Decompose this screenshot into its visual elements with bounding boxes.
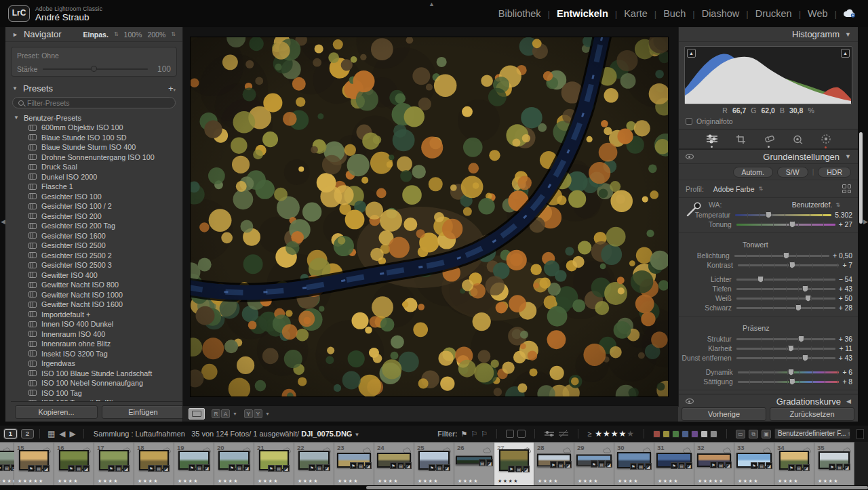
badge-icon[interactable]: ▤	[557, 462, 564, 468]
preset-item[interactable]: Gewitter Nacht ISO 1000	[5, 290, 182, 300]
preset-item[interactable]: Gesichter ISO 100	[5, 192, 182, 202]
filmstrip-scrollbar[interactable]	[0, 485, 868, 490]
preset-item[interactable]: Innen ISO 400 Dunkel	[5, 319, 182, 329]
badge-icon[interactable]: ▤	[357, 462, 364, 469]
panel-eye-icon[interactable]	[686, 154, 694, 159]
thumbnail-image[interactable]: ⚑▤◪	[178, 451, 210, 470]
reset-button[interactable]: Zurücksetzen	[770, 407, 854, 421]
badge-icon[interactable]: ◪	[486, 460, 493, 466]
thumbnail-stars[interactable]: ★★★★	[218, 478, 239, 484]
presets-disclosure-icon[interactable]: ▼	[12, 85, 18, 91]
profile-stepper-icon[interactable]: ⇅	[759, 186, 764, 192]
histogram-header[interactable]: Histogramm ▼	[679, 27, 858, 42]
navigator-header[interactable]: ► Navigator Einpas.⇅ 100% 200% ⇅	[5, 27, 182, 42]
badge-icon[interactable]: ⚑	[390, 462, 397, 469]
master-photo-filter-icon[interactable]	[506, 430, 514, 438]
slider-thumb[interactable]	[802, 354, 808, 361]
thumbnail-stars[interactable]: ★★★★	[818, 478, 839, 484]
preset-item[interactable]: Gewitter ISO 400	[5, 270, 182, 281]
previous-button[interactable]: Vorherige	[682, 407, 766, 421]
badge-icon[interactable]: ◪	[565, 462, 572, 468]
badge-icon[interactable]: ▤	[397, 462, 404, 469]
badge-icon[interactable]: ⚑	[28, 465, 35, 472]
slider-track[interactable]	[736, 304, 835, 311]
crop-tool-button[interactable]	[736, 134, 746, 144]
before-after-buttons[interactable]: YY▼	[244, 409, 270, 418]
thumbnail-stars[interactable]: ★★★★	[98, 478, 119, 484]
thumbnail-image[interactable]: ⚑▤◪	[656, 453, 692, 468]
group-disclosure-icon[interactable]: ▼	[14, 115, 19, 121]
badge-icon[interactable]: ▤	[316, 464, 323, 471]
slider-value[interactable]: + 50	[839, 295, 852, 302]
slider-value[interactable]: + 28	[839, 304, 852, 312]
thumbnail-image[interactable]: ⚑▤◪	[99, 450, 129, 470]
thumbnail-stars[interactable]: ★★★★	[498, 478, 519, 484]
preset-item[interactable]: Innenraum ISO 400	[5, 329, 182, 340]
preset-item[interactable]: Gesichter ISO 100 / 2	[5, 201, 182, 211]
thumbnail-image[interactable]: ⚑▤◪	[736, 453, 772, 468]
preset-group-user[interactable]: ▼ Benutzer-Presets	[5, 113, 182, 123]
badge-icon[interactable]: ◪	[203, 464, 210, 471]
badge-icon[interactable]: ◪	[43, 465, 50, 472]
zoom-200-button[interactable]: 200%	[147, 30, 165, 39]
badge-icon[interactable]: ▤	[75, 465, 82, 472]
badge-icon[interactable]: ▤	[795, 464, 802, 471]
slider-track[interactable]	[736, 295, 835, 302]
badge-icon[interactable]: ◪	[243, 464, 250, 471]
slider-thumb[interactable]	[795, 304, 802, 311]
filmstrip-thumbnail-19[interactable]: 19⚑▤◪★★★★	[174, 442, 214, 485]
zoom-100-button[interactable]: 100%	[124, 30, 142, 39]
filmstrip-thumbnail-27[interactable]: 27⚑▤◪★★★★	[494, 442, 534, 485]
filmstrip-handle[interactable]	[856, 429, 864, 439]
badge-icon[interactable]: ⚑	[710, 462, 717, 468]
preset-item[interactable]: Gesichter ISO 2500	[5, 241, 182, 251]
navigator-disclosure-icon[interactable]: ►	[12, 31, 18, 38]
badge-icon[interactable]: ◪	[163, 465, 170, 472]
badge-icon[interactable]: ◪	[123, 465, 130, 472]
filmstrip-scrollbar-handle[interactable]	[366, 486, 868, 489]
thumbnail-stars[interactable]: ★★★★	[578, 478, 599, 484]
panel-eye-icon[interactable]	[686, 399, 694, 404]
thumbnail-image[interactable]: ⚑▤◪	[337, 453, 371, 468]
module-tab-web[interactable]: Web	[808, 8, 828, 19]
preset-item[interactable]: Druck Saal	[5, 162, 182, 172]
thumbnail-image[interactable]: ⚑▤◪	[377, 453, 411, 468]
filmstrip-thumbnail-25[interactable]: 25⚑▤◪★★★★	[414, 442, 454, 485]
zoom-fit-stepper-icon[interactable]: ⇅	[114, 31, 119, 37]
filmstrip-thumbnail-22[interactable]: 22⚑▤◪★★★★	[294, 442, 334, 485]
thumbnail-stars[interactable]: ★★★★	[178, 478, 199, 484]
preset-item[interactable]: Insekt ISO 3200 Tag	[5, 349, 182, 359]
sort-dropdown[interactable]: Benutzerdefinierter F... ⇅	[774, 428, 850, 439]
preset-item[interactable]: Gesichter ISO 200 Tag	[5, 221, 182, 231]
copy-button[interactable]: Kopieren...	[15, 405, 98, 419]
color-label-swatch[interactable]	[710, 430, 717, 438]
badge-icon[interactable]: ⚑	[671, 462, 677, 469]
badge-icon[interactable]: ⚑	[68, 465, 75, 472]
preset-item[interactable]: ISO 100 Tag	[5, 388, 182, 399]
slider-track[interactable]	[738, 262, 840, 268]
basic-disclosure-icon[interactable]: ▼	[845, 153, 851, 160]
badge-icon[interactable]: ⚑	[788, 464, 795, 471]
slider-value[interactable]: + 6	[842, 369, 852, 376]
slider-track[interactable]	[738, 378, 840, 385]
sync-cloud-icon[interactable]	[844, 9, 856, 18]
unflagged-filter-icon[interactable]: ⚐	[471, 430, 477, 438]
filmstrip-thumbnail-21[interactable]: 21⚑▤◪★★★★	[254, 442, 294, 485]
badge-icon[interactable]: ▤	[115, 465, 122, 472]
preset-filter[interactable]	[12, 97, 176, 108]
filmstrip-thumbnail-33[interactable]: 33⚑▤◪★★★★	[734, 442, 774, 485]
thumbnail-image[interactable]: ⚑▤◪	[537, 454, 571, 467]
top-panel-reveal-arrow[interactable]: ▲	[429, 1, 435, 7]
thumbnail-image[interactable]: ⚑▤◪	[259, 450, 289, 470]
rating-star-icon[interactable]: ★	[611, 429, 619, 438]
slider-value[interactable]: + 7	[842, 262, 852, 269]
basic-panel-header[interactable]: Grundeinstellungen ▼	[679, 149, 858, 164]
rejected-filter-icon[interactable]: ⚐	[481, 430, 488, 438]
filmstrip-thumbnail-15[interactable]: 15⚑▤◪★★★★★	[14, 442, 54, 485]
filmstrip-thumbnail-23[interactable]: 23⚑▤◪★★★★	[334, 442, 374, 485]
badge-icon[interactable]: ▤	[479, 460, 486, 466]
thumbnail-image[interactable]: ⚑▤◪	[818, 451, 850, 469]
slider-thumb[interactable]	[788, 369, 794, 375]
thumbnail-stars[interactable]: ★★★★	[298, 478, 319, 484]
white-balance-eyedropper-icon[interactable]	[686, 199, 703, 217]
